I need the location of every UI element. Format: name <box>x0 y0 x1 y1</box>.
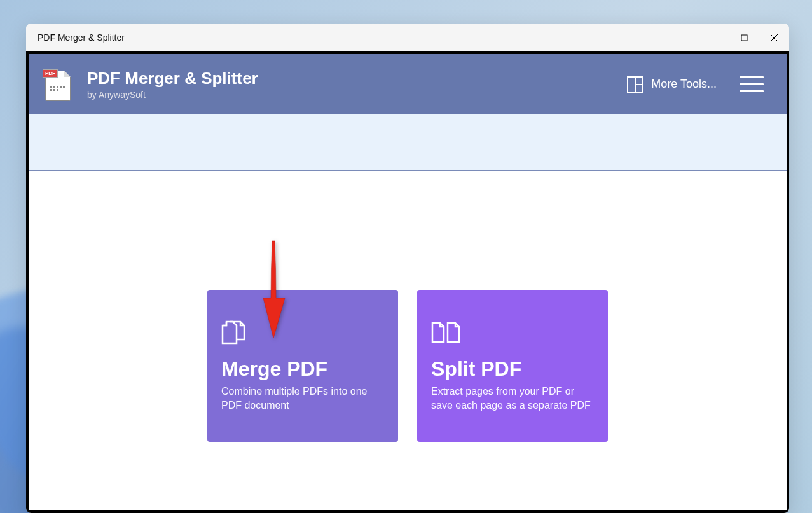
app-title: PDF Merger & Splitter <box>87 69 258 88</box>
banner-area <box>29 114 787 171</box>
merge-card-title: Merge PDF <box>221 357 384 381</box>
close-icon <box>771 34 778 41</box>
hamburger-icon <box>740 83 764 85</box>
app-header-right: More Tools... <box>627 74 766 95</box>
maximize-button[interactable] <box>729 24 759 51</box>
app-inner: PDF PDF Merger & Splitter by AnywaySoft <box>29 54 787 510</box>
split-pdf-card[interactable]: Split PDF Extract pages from your PDF or… <box>417 290 608 442</box>
app-window: PDF Merger & Splitter PDF <box>26 24 789 513</box>
annotation-arrow-icon <box>254 238 292 346</box>
minimize-button[interactable] <box>699 24 729 51</box>
more-tools-button[interactable]: More Tools... <box>627 76 717 93</box>
hamburger-icon <box>740 90 764 92</box>
split-icon <box>431 320 594 345</box>
app-logo-badge: PDF <box>43 69 58 78</box>
grid-icon <box>627 76 643 93</box>
merge-icon <box>221 320 384 345</box>
window-titlebar[interactable]: PDF Merger & Splitter <box>26 24 789 51</box>
hamburger-icon <box>740 76 764 78</box>
hamburger-menu-button[interactable] <box>737 74 766 95</box>
svg-rect-1 <box>741 35 747 41</box>
window-title: PDF Merger & Splitter <box>38 32 125 43</box>
more-tools-label: More Tools... <box>651 78 717 91</box>
app-header: PDF PDF Merger & Splitter by AnywaySoft <box>29 54 787 114</box>
split-card-title: Split PDF <box>431 357 594 381</box>
app-content-frame: PDF PDF Merger & Splitter by AnywaySoft <box>26 51 789 513</box>
app-header-left: PDF PDF Merger & Splitter by AnywaySoft <box>43 68 258 101</box>
app-logo: PDF <box>43 68 73 101</box>
app-subtitle: by AnywaySoft <box>87 90 258 100</box>
maximize-icon <box>741 34 748 41</box>
minimize-icon <box>711 34 718 41</box>
close-button[interactable] <box>759 24 789 51</box>
split-card-description: Extract pages from your PDF or save each… <box>431 385 594 413</box>
merge-card-description: Combine multiple PDFs into one PDF docum… <box>221 385 384 413</box>
app-title-block: PDF Merger & Splitter by AnywaySoft <box>87 69 258 100</box>
merge-pdf-card[interactable]: Merge PDF Combine multiple PDFs into one… <box>207 290 398 442</box>
window-controls <box>699 24 789 51</box>
main-area: Merge PDF Combine multiple PDFs into one… <box>29 171 787 510</box>
